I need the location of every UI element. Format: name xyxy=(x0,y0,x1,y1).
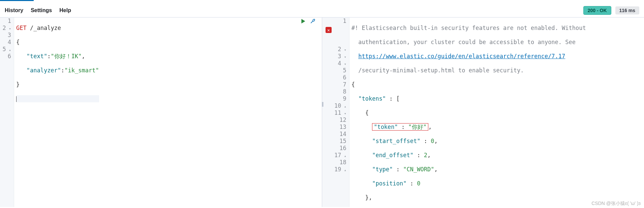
request-pane[interactable]: 1 2 ▾ 3 4 5 ▴ 6 GET /_analyze { "text":"… xyxy=(0,18,322,207)
status-badge: 200 - OK xyxy=(583,6,611,15)
pane-splitter[interactable]: ‖ xyxy=(321,101,323,107)
response-code: #! Elasticsearch built-in security featu… xyxy=(349,18,586,207)
wrench-icon[interactable] xyxy=(310,18,316,26)
http-method: GET xyxy=(16,25,27,31)
timing-badge: 116 ms xyxy=(615,6,639,14)
nav-right: 200 - OK 116 ms xyxy=(583,6,639,15)
nav-history[interactable]: History xyxy=(5,7,23,13)
watermark: CSDN @张小猿ε( 'ω' )з xyxy=(591,201,641,207)
request-gutter: 1 2 ▾ 3 4 5 ▴ 6 xyxy=(0,18,14,207)
text-cursor xyxy=(16,96,17,102)
nav-help[interactable]: Help xyxy=(59,7,71,13)
response-pane[interactable]: ✕ 1 2 ▾ 3 ▾ 4 ▾ 5 6 7 8 9 10 ▴ 11 ▾ 12 1… xyxy=(322,18,644,207)
request-code[interactable]: GET /_analyze { "text":"你好！IK", "analyze… xyxy=(14,18,99,207)
split-panes: 1 2 ▾ 3 4 5 ▴ 6 GET /_analyze { "text":"… xyxy=(0,17,644,207)
nav-settings[interactable]: Settings xyxy=(31,7,52,13)
nav-left: History Settings Help xyxy=(5,7,71,13)
response-gutter: 1 2 ▾ 3 ▾ 4 ▾ 5 6 7 8 9 10 ▴ 11 ▾ 12 13 … xyxy=(322,18,349,207)
play-icon[interactable] xyxy=(300,18,306,26)
active-tab-indicator xyxy=(0,0,34,1)
toolbar: History Settings Help 200 - OK 116 ms xyxy=(0,3,644,17)
error-icon[interactable]: ✕ xyxy=(326,27,332,33)
highlight-token-1: "token" : "你好" xyxy=(372,123,428,131)
